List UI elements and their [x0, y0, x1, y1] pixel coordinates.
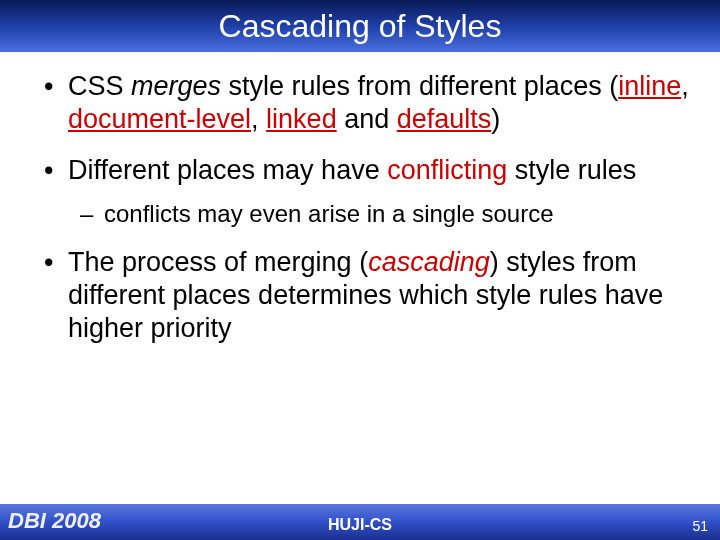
- slide-title: Cascading of Styles: [219, 8, 502, 45]
- sub-bullet-item: conflicts may even arise in a single sou…: [40, 199, 690, 228]
- text: ,: [681, 71, 689, 101]
- bullet-item: The process of merging (cascading) style…: [40, 246, 690, 345]
- text: The process of merging (: [68, 247, 368, 277]
- text-highlight: conflicting: [387, 155, 507, 185]
- text-emphasis: merges: [131, 71, 221, 101]
- slide-number: 51: [692, 518, 708, 534]
- text-link: inline: [618, 71, 681, 101]
- text-link: defaults: [397, 104, 492, 134]
- text: style rules: [507, 155, 636, 185]
- bullet-item: Different places may have conflicting st…: [40, 154, 690, 187]
- footer-bar: DBI 2008 HUJI-CS 51: [0, 504, 720, 540]
- text: CSS: [68, 71, 131, 101]
- slide-content: CSS merges style rules from different pl…: [40, 70, 690, 492]
- bullet-item: CSS merges style rules from different pl…: [40, 70, 690, 136]
- text: conflicts may even arise in a single sou…: [104, 200, 554, 227]
- slide: Cascading of Styles CSS merges style rul…: [0, 0, 720, 540]
- text: Different places may have: [68, 155, 387, 185]
- footer-center-label: HUJI-CS: [0, 516, 720, 534]
- text-emphasis-highlight: cascading: [368, 247, 490, 277]
- text: style rules from different places (: [221, 71, 618, 101]
- title-bar: Cascading of Styles: [0, 0, 720, 52]
- text: and: [337, 104, 397, 134]
- text: ): [491, 104, 500, 134]
- text-link: document-level: [68, 104, 251, 134]
- text-link: linked: [266, 104, 337, 134]
- text: ,: [251, 104, 266, 134]
